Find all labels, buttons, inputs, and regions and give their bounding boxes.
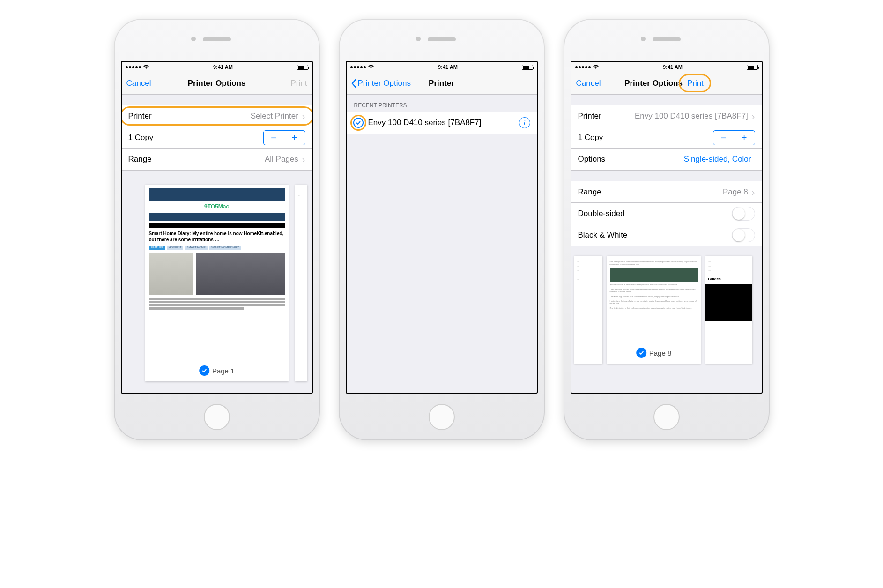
print-options-group-1: Printer Envy 100 D410 series [7BA8F7] › … <box>571 105 762 171</box>
page-preview-area[interactable]: · · ·· · ·· · ·· · ·· · ·· · ·· · · app.… <box>571 246 762 373</box>
printer-value: Select Printer <box>152 112 302 121</box>
double-sided-row: Double-sided <box>571 203 762 224</box>
status-time: 9:41 AM <box>438 64 458 70</box>
page-thumbnail-current[interactable]: app. The upshot of all this is that both… <box>607 256 701 364</box>
nav-title: Printer <box>429 79 454 88</box>
status-time: 9:41 AM <box>213 64 233 70</box>
home-button[interactable] <box>653 404 680 430</box>
range-row[interactable]: Range Page 8 › <box>571 181 762 203</box>
options-value: Single-sided, Color <box>605 155 755 164</box>
printer-row[interactable]: Printer Envy 100 D410 series [7BA8F7] › <box>571 105 762 127</box>
nav-title: Printer Options <box>624 79 683 88</box>
device-frame-2: 9:41 AM Printer Options Printer Recent P… <box>339 19 545 440</box>
article-text: app. The upshot of all this is that both… <box>607 256 701 314</box>
copies-row: 1 Copy − + <box>571 127 762 149</box>
status-bar: 9:41 AM <box>571 62 762 72</box>
page-label: Page 8 <box>649 349 672 357</box>
battery-icon <box>297 65 308 70</box>
status-time: 9:41 AM <box>663 64 683 70</box>
battery-icon <box>522 65 533 70</box>
wifi-icon <box>368 65 374 69</box>
status-bar: 9:41 AM <box>347 62 537 72</box>
page-thumbnail-1[interactable]: 9TO5Mac Smart Home Diary: My entire home… <box>145 185 289 381</box>
battery-icon <box>747 65 758 70</box>
printer-name: Envy 100 D410 series [7BA8F7] <box>368 118 482 127</box>
site-logo: 9TO5Mac <box>149 203 285 211</box>
content-area[interactable]: Printer Envy 100 D410 series [7BA8F7] › … <box>571 95 762 393</box>
options-row[interactable]: Options Single-sided, Color <box>571 149 762 170</box>
cancel-button[interactable]: Cancel <box>571 72 606 94</box>
disclosure-icon: › <box>752 112 755 121</box>
copies-label: 1 Copy <box>578 133 603 142</box>
range-row[interactable]: Range All Pages › <box>122 149 312 170</box>
cellular-signal-icon <box>575 66 591 68</box>
printer-label: Printer <box>578 112 601 121</box>
range-value: All Pages <box>152 155 302 164</box>
stepper-plus[interactable]: + <box>284 131 305 145</box>
copies-label: 1 Copy <box>128 133 154 142</box>
print-options-group-2: Range Page 8 › Double-sided Black & Whit… <box>571 181 762 246</box>
copies-stepper[interactable]: − + <box>713 130 755 145</box>
nav-bar: Cancel Printer Options Print <box>571 72 762 95</box>
wifi-icon <box>143 65 149 69</box>
printer-list: Envy 100 D410 series [7BA8F7] i <box>347 112 537 134</box>
disclosure-icon: › <box>302 112 305 121</box>
home-button[interactable] <box>429 404 455 430</box>
disclosure-icon: › <box>302 155 305 164</box>
print-button: Print <box>286 72 312 94</box>
article-preview: 9TO5Mac Smart Home Diary: My entire home… <box>145 185 289 314</box>
black-white-switch[interactable] <box>732 228 755 242</box>
disclosure-icon: › <box>752 187 755 197</box>
home-button[interactable] <box>204 404 230 430</box>
screen-3: 9:41 AM Cancel Printer Options Print Pri… <box>571 61 763 394</box>
copies-stepper[interactable]: − + <box>263 130 305 145</box>
checkmark-icon <box>353 118 364 128</box>
range-label: Range <box>128 155 152 164</box>
nav-bar: Printer Options Printer <box>347 72 537 95</box>
stepper-minus[interactable]: − <box>713 131 734 145</box>
nav-title: Printer Options <box>188 79 246 88</box>
content-area[interactable]: Recent Printers Envy 100 D410 series [7B… <box>347 95 537 393</box>
guides-label: Guides <box>705 277 752 281</box>
page-thumbnail-next[interactable]: …… <box>295 185 307 381</box>
device-frame-3: 9:41 AM Cancel Printer Options Print Pri… <box>564 19 770 440</box>
page-label: Page 1 <box>212 367 235 375</box>
double-sided-label: Double-sided <box>578 209 625 218</box>
chevron-left-icon <box>351 79 356 88</box>
printer-row[interactable]: Printer Select Printer › <box>122 105 312 127</box>
range-label: Range <box>578 187 601 197</box>
screen-2: 9:41 AM Printer Options Printer Recent P… <box>346 61 538 394</box>
page-selected-icon <box>636 348 646 358</box>
article-tags: FEATURE HOMEKIT SMART HOME SMART HOME DI… <box>149 246 285 250</box>
page-badge[interactable]: Page 1 <box>199 365 235 376</box>
double-sided-switch[interactable] <box>732 207 755 221</box>
cellular-signal-icon <box>126 66 141 68</box>
back-button[interactable]: Printer Options <box>347 72 416 94</box>
content-area[interactable]: Printer Select Printer › 1 Copy − + Rang… <box>122 95 312 393</box>
screen-1: 9:41 AM Cancel Printer Options Print Pri… <box>121 61 313 394</box>
black-white-row: Black & White <box>571 224 762 246</box>
print-options-group: Printer Select Printer › 1 Copy − + Rang… <box>122 105 312 171</box>
page-preview-area[interactable]: 9TO5Mac Smart Home Diary: My entire home… <box>122 171 312 393</box>
section-header: Recent Printers <box>347 95 537 112</box>
nav-bar: Cancel Printer Options Print <box>122 72 312 95</box>
cellular-signal-icon <box>350 66 366 68</box>
stepper-minus[interactable]: − <box>264 131 284 145</box>
article-title: Smart Home Diary: My entire home is now … <box>149 231 285 243</box>
page-selected-icon <box>199 365 209 376</box>
page-thumbnail-prev[interactable]: · · ·· · ·· · ·· · ·· · ·· · ·· · · <box>574 256 602 364</box>
back-label: Printer Options <box>358 79 411 88</box>
status-bar: 9:41 AM <box>122 62 312 72</box>
stepper-plus[interactable]: + <box>734 131 755 145</box>
options-label: Options <box>578 155 606 164</box>
printer-list-item[interactable]: Envy 100 D410 series [7BA8F7] i <box>347 112 537 134</box>
page-badge[interactable]: Page 8 <box>636 348 672 358</box>
page-thumbnail-next[interactable]: · · ·· · ·· · · Guides <box>705 256 752 364</box>
wifi-icon <box>593 65 599 69</box>
printer-value: Envy 100 D410 series [7BA8F7] <box>601 112 752 121</box>
print-button[interactable]: Print <box>683 72 708 94</box>
range-value: Page 8 <box>601 187 752 197</box>
cancel-button[interactable]: Cancel <box>122 72 156 94</box>
copies-row: 1 Copy − + <box>122 127 312 149</box>
info-icon[interactable]: i <box>519 117 530 128</box>
